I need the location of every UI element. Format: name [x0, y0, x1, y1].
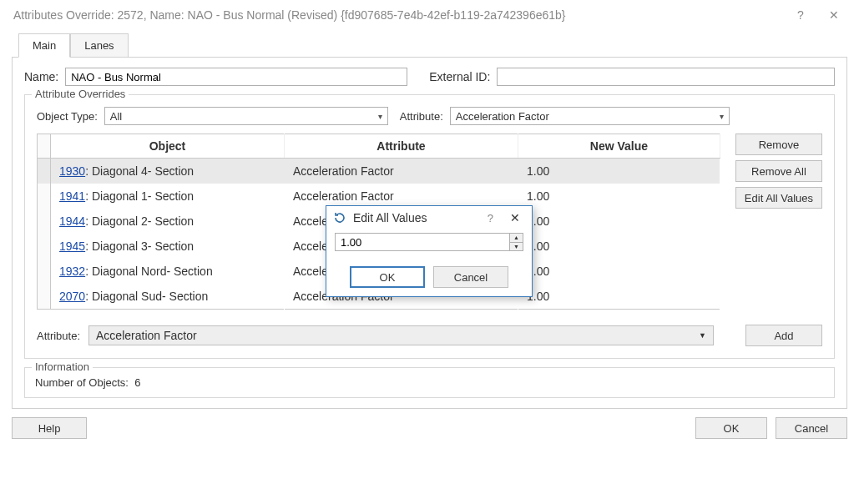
edit-value-spinbox[interactable]: ▲ ▼: [335, 233, 523, 251]
attribute-filter-value: Acceleration Factor: [456, 110, 549, 123]
tab-lanes[interactable]: Lanes: [70, 33, 128, 58]
cell-new-value: 1.00: [518, 159, 720, 184]
edit-value-input[interactable]: [336, 234, 509, 250]
object-link[interactable]: 1930: [59, 164, 85, 178]
col-new-value[interactable]: New Value: [518, 134, 720, 159]
external-id-label: External ID:: [429, 70, 490, 83]
chevron-down-icon: ▾: [378, 112, 382, 121]
table-corner: [38, 134, 51, 159]
object-link[interactable]: 1945: [59, 239, 85, 253]
information-legend: Information: [32, 360, 93, 373]
triangle-down-icon: ▼: [699, 331, 706, 340]
cell-new-value: 1.00: [518, 184, 720, 209]
dialog-help-icon[interactable]: ?: [483, 212, 498, 224]
attribute-select-combo[interactable]: Acceleration Factor ▼: [88, 325, 714, 345]
object-type-combo[interactable]: All ▾: [104, 107, 388, 125]
remove-all-button[interactable]: Remove All: [735, 160, 822, 182]
row-header: [38, 159, 51, 184]
col-object[interactable]: Object: [51, 134, 285, 159]
table-row[interactable]: 1930: Diagonal 4- SectionAcceleration Fa…: [38, 159, 720, 184]
cell-new-value: 1.00: [518, 284, 720, 310]
dialog-cancel-button[interactable]: Cancel: [433, 266, 508, 288]
add-button[interactable]: Add: [745, 325, 822, 346]
side-buttons: Remove Remove All Edit All Values: [735, 134, 822, 209]
refresh-icon: [333, 211, 346, 224]
name-input[interactable]: [65, 68, 407, 86]
cell-new-value: 1.00: [518, 209, 720, 234]
cell-object: 1930: Diagonal 4- Section: [51, 159, 285, 184]
edit-all-values-dialog: Edit All Values ? ✕ ▲ ▼ OK Cancel: [326, 205, 533, 297]
help-button[interactable]: Help: [12, 417, 87, 439]
object-link[interactable]: 1941: [59, 189, 85, 203]
window-title: Attributes Override: 2572, Name: NAO - B…: [13, 8, 784, 22]
attribute-filter-label: Attribute:: [400, 110, 443, 123]
cancel-button[interactable]: Cancel: [776, 417, 847, 439]
object-link[interactable]: 1932: [59, 265, 85, 278]
col-attribute[interactable]: Attribute: [285, 134, 518, 159]
dialog-ok-button[interactable]: OK: [350, 266, 425, 288]
spin-down-icon[interactable]: ▼: [510, 242, 523, 251]
object-link[interactable]: 1944: [59, 214, 85, 228]
name-label: Name:: [24, 70, 58, 83]
object-type-value: All: [110, 110, 122, 123]
cell-object: 1941: Diagonal 1- Section: [51, 184, 285, 209]
spin-up-icon[interactable]: ▲: [510, 234, 523, 242]
cell-object: 1932: Diagonal Nord- Section: [51, 259, 285, 284]
ok-button[interactable]: OK: [695, 417, 767, 439]
row-header: [38, 209, 51, 234]
edit-all-values-button[interactable]: Edit All Values: [735, 187, 822, 209]
attribute-select-value: Acceleration Factor: [96, 329, 197, 342]
titlebar: Attributes Override: 2572, Name: NAO - B…: [0, 0, 859, 30]
row-header: [38, 259, 51, 284]
external-id-input[interactable]: [497, 68, 835, 86]
tab-main[interactable]: Main: [18, 33, 70, 58]
remove-button[interactable]: Remove: [735, 134, 822, 155]
chevron-down-icon: ▾: [720, 112, 724, 121]
dialog-close-icon[interactable]: ✕: [505, 211, 525, 224]
row-header: [38, 234, 51, 259]
titlebar-help-icon[interactable]: ?: [784, 8, 817, 22]
cell-new-value: 1.00: [518, 259, 720, 284]
dialog-buttons-row: Help OK Cancel: [12, 409, 847, 439]
cell-object: 1944: Diagonal 2- Section: [51, 209, 285, 234]
information-group: Information Number of Objects: 6: [24, 367, 835, 398]
object-type-label: Object Type:: [37, 110, 98, 123]
edit-all-dialog-title: Edit All Values: [353, 211, 427, 224]
titlebar-close-icon[interactable]: ✕: [817, 8, 851, 22]
row-header: [38, 184, 51, 209]
cell-object: 2070: Diagonal Sud- Section: [51, 284, 285, 310]
row-header: [38, 284, 51, 310]
cell-object: 1945: Diagonal 3- Section: [51, 234, 285, 259]
object-link[interactable]: 2070: [59, 290, 85, 303]
number-of-objects-text: Number of Objects: 6: [35, 376, 824, 389]
cell-new-value: 1.00: [518, 234, 720, 259]
tab-strip: Main Lanes: [12, 33, 847, 58]
cell-attribute: Acceleration Factor: [285, 159, 518, 184]
attribute-overrides-legend: Attribute Overrides: [32, 88, 129, 100]
attribute-filter-combo[interactable]: Acceleration Factor ▾: [450, 107, 730, 125]
attribute-select-label: Attribute:: [37, 330, 80, 342]
